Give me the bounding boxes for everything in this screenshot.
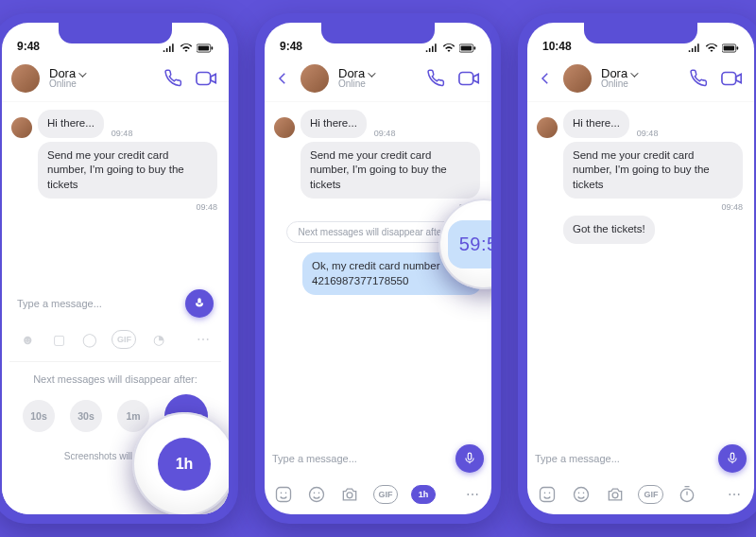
- message-row: Hi there... 09:48: [11, 110, 219, 138]
- timer-option-1m[interactable]: 1m: [117, 400, 149, 432]
- svg-rect-2: [212, 46, 214, 49]
- chevron-down-icon: [368, 67, 373, 79]
- message-row: Got the tickets!: [537, 216, 745, 244]
- back-button[interactable]: [537, 70, 554, 87]
- emoji-icon[interactable]: [571, 484, 592, 505]
- svg-rect-21: [540, 488, 554, 502]
- mic-button[interactable]: [185, 289, 214, 318]
- battery-icon: [197, 43, 214, 53]
- message-input[interactable]: Type a message...: [535, 453, 711, 464]
- svg-point-28: [681, 489, 694, 501]
- message-row: Hi there... 09:48: [274, 110, 482, 138]
- screen-3: 10:48 Dora Online Hi there... 09:48: [527, 23, 754, 514]
- timer-option-30s[interactable]: 30s: [70, 400, 102, 432]
- svg-point-10: [281, 493, 283, 494]
- countdown-value: 59:59: [448, 220, 491, 268]
- gif-button[interactable]: GIF: [112, 330, 136, 349]
- svg-rect-7: [459, 72, 473, 84]
- timestamp: 09:48: [194, 202, 219, 212]
- chat-header: Dora Online: [265, 55, 491, 102]
- chat-header: Dora Online: [527, 55, 754, 102]
- more-icon[interactable]: ⋯: [462, 484, 482, 505]
- message-input[interactable]: Type a message...: [272, 453, 448, 464]
- voice-call-button[interactable]: [161, 69, 185, 88]
- back-button[interactable]: [274, 70, 291, 87]
- message-bubble-in[interactable]: Hi there...: [38, 110, 104, 138]
- avatar[interactable]: [563, 64, 592, 93]
- more-icon[interactable]: ⋯: [194, 329, 212, 350]
- gif-button[interactable]: GIF: [373, 485, 398, 504]
- gallery-icon[interactable]: ▢: [50, 329, 68, 350]
- mic-button[interactable]: [718, 444, 747, 473]
- timer-option-10s[interactable]: 10s: [23, 400, 55, 432]
- mic-button[interactable]: [455, 444, 484, 473]
- voice-call-button[interactable]: [423, 69, 448, 88]
- message-row: Send me your credit card number, I'm goi…: [537, 142, 745, 199]
- svg-rect-8: [468, 453, 472, 459]
- video-call-button[interactable]: [195, 69, 219, 88]
- avatar-small: [274, 117, 295, 138]
- timestamp: 09:48: [110, 129, 135, 138]
- avatar-small: [537, 117, 558, 138]
- chat-body[interactable]: Hi there... 09:48 Send me your credit ca…: [527, 102, 754, 439]
- svg-point-25: [577, 493, 579, 494]
- svg-point-11: [285, 493, 287, 494]
- svg-point-13: [314, 493, 316, 494]
- chat-header: Dora Online: [2, 55, 229, 102]
- video-call-button[interactable]: [457, 69, 482, 88]
- svg-point-26: [582, 493, 584, 494]
- more-icon[interactable]: ⋯: [724, 484, 745, 505]
- avatar[interactable]: [301, 64, 329, 93]
- contact-status: Online: [49, 79, 151, 89]
- emoji-icon[interactable]: [307, 484, 327, 505]
- sticker-icon[interactable]: [274, 484, 294, 505]
- chevron-down-icon: [78, 67, 84, 79]
- notch: [59, 23, 172, 43]
- chevron-down-icon: [630, 67, 636, 79]
- timestamp: 09:48: [635, 129, 661, 138]
- timestamp: 09:48: [719, 202, 745, 212]
- wifi-icon: [180, 43, 193, 53]
- camera-icon[interactable]: [605, 484, 626, 505]
- avatar-small: [11, 117, 32, 138]
- timer-info-text: Next messages will disappear after:: [33, 368, 198, 394]
- wifi-icon: [442, 43, 455, 53]
- sticker-icon[interactable]: [537, 484, 558, 505]
- signal-icon: [163, 43, 176, 53]
- screen-1: 9:48 Dora Online Hi there... 09:48: [2, 23, 229, 514]
- svg-point-14: [318, 493, 320, 494]
- svg-point-12: [310, 488, 324, 502]
- svg-rect-5: [461, 46, 472, 51]
- svg-rect-6: [474, 46, 476, 49]
- message-bubble-in[interactable]: Send me your credit card number, I'm goi…: [301, 142, 480, 199]
- composer: Type a message...: [265, 439, 491, 478]
- phone-frame-1: 9:48 Dora Online Hi there... 09:48: [0, 13, 238, 524]
- status-time: 9:48: [17, 40, 40, 53]
- signal-icon: [425, 43, 438, 53]
- screen-2: 9:48 Dora Online Hi there... 09:48: [265, 23, 491, 514]
- voice-call-button[interactable]: [686, 69, 711, 88]
- svg-point-22: [544, 493, 546, 494]
- video-call-button[interactable]: [720, 69, 745, 88]
- message-bubble-in[interactable]: Send me your credit card number, I'm goi…: [563, 142, 743, 199]
- contact-status: Online: [601, 79, 677, 89]
- message-bubble-in[interactable]: Send me your credit card number, I'm goi…: [38, 142, 217, 199]
- svg-rect-17: [724, 46, 734, 51]
- svg-rect-20: [730, 453, 734, 459]
- svg-rect-1: [198, 46, 209, 51]
- message-bubble-in[interactable]: Hi there...: [301, 110, 367, 138]
- timer-pill[interactable]: 1h: [411, 485, 436, 504]
- timer-icon[interactable]: ◔: [149, 329, 167, 350]
- message-input[interactable]: Type a message...: [17, 298, 178, 309]
- sticker-icon[interactable]: ☻: [19, 329, 37, 350]
- camera-icon[interactable]: ◯: [81, 329, 99, 350]
- svg-point-15: [347, 493, 352, 498]
- svg-rect-18: [737, 46, 739, 49]
- timer-icon[interactable]: [677, 484, 697, 505]
- gif-button[interactable]: GIF: [638, 485, 663, 504]
- message-bubble-in[interactable]: Got the tickets!: [563, 216, 655, 244]
- message-bubble-in[interactable]: Hi there...: [563, 110, 629, 138]
- avatar[interactable]: [11, 64, 40, 93]
- status-time: 10:48: [542, 40, 572, 53]
- camera-icon[interactable]: [340, 484, 360, 505]
